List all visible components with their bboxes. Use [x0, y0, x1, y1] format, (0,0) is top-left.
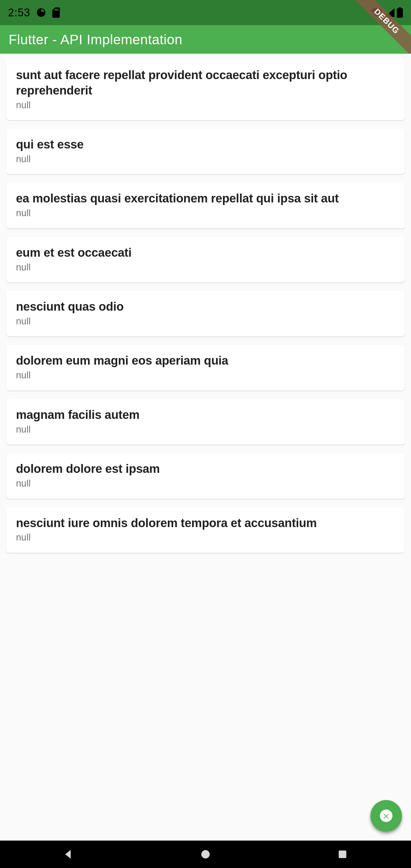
list-item-title: dolorem eum magni eos aperiam quia [16, 353, 395, 368]
list-item-subtitle: null [16, 153, 395, 165]
list-item[interactable]: ea molestias quasi exercitationem repell… [6, 183, 405, 228]
nav-recent-button[interactable] [317, 841, 368, 868]
nav-back-button[interactable] [43, 841, 94, 868]
cancel-fab[interactable] [371, 800, 402, 832]
list-item-subtitle: null [16, 207, 395, 219]
list-item-title: qui est esse [16, 137, 395, 152]
nav-home-button[interactable] [180, 841, 231, 868]
list-item-subtitle: null [16, 261, 395, 273]
list-item[interactable]: dolorem dolore est ipsam null [6, 453, 405, 499]
list-item[interactable]: dolorem eum magni eos aperiam quia null [6, 345, 405, 390]
data-saver-icon [36, 7, 46, 18]
status-bar-left: 2:53 [8, 6, 61, 19]
svg-rect-1 [339, 850, 347, 858]
list-item-subtitle: null [16, 478, 395, 489]
list-item-subtitle: null [16, 369, 395, 381]
list-item[interactable]: sunt aut facere repellat provident occae… [6, 59, 405, 120]
app-bar: Flutter - API Implementation [0, 25, 411, 54]
list-item-title: dolorem dolore est ipsam [16, 461, 395, 476]
android-status-bar: 2:53 [0, 0, 411, 25]
post-list[interactable]: sunt aut facere repellat provident occae… [0, 54, 411, 553]
list-item-title: sunt aut facere repellat provident occae… [16, 67, 395, 98]
list-item-title: eum et est occaecati [16, 245, 395, 260]
list-item-subtitle: null [16, 424, 395, 435]
list-item[interactable]: nesciunt iure omnis dolorem tempora et a… [6, 507, 405, 553]
list-item-subtitle: null [16, 99, 395, 111]
list-item-title: magnam facilis autem [16, 407, 395, 423]
scaffold-body: sunt aut facere repellat provident occae… [0, 54, 411, 841]
list-item[interactable]: eum et est occaecati null [6, 237, 405, 282]
list-item[interactable]: qui est esse null [6, 129, 405, 174]
status-time: 2:53 [8, 6, 30, 19]
sd-card-icon [52, 7, 61, 18]
battery-icon [397, 7, 403, 18]
app-bar-title: Flutter - API Implementation [8, 32, 182, 48]
status-bar-right [371, 7, 403, 18]
list-item-title: nesciunt iure omnis dolorem tempora et a… [16, 516, 395, 531]
list-item-subtitle: null [16, 315, 395, 327]
list-item[interactable]: nesciunt quas odio null [6, 291, 405, 336]
cellular-icon [385, 8, 394, 17]
list-item[interactable]: magnam facilis autem null [6, 399, 405, 444]
list-item-title: ea molestias quasi exercitationem repell… [16, 191, 395, 206]
android-nav-bar [0, 841, 411, 868]
wifi-icon [371, 8, 382, 17]
cancel-icon [380, 809, 392, 822]
list-item-subtitle: null [16, 532, 395, 543]
svg-point-0 [201, 850, 210, 858]
list-item-title: nesciunt quas odio [16, 299, 395, 314]
